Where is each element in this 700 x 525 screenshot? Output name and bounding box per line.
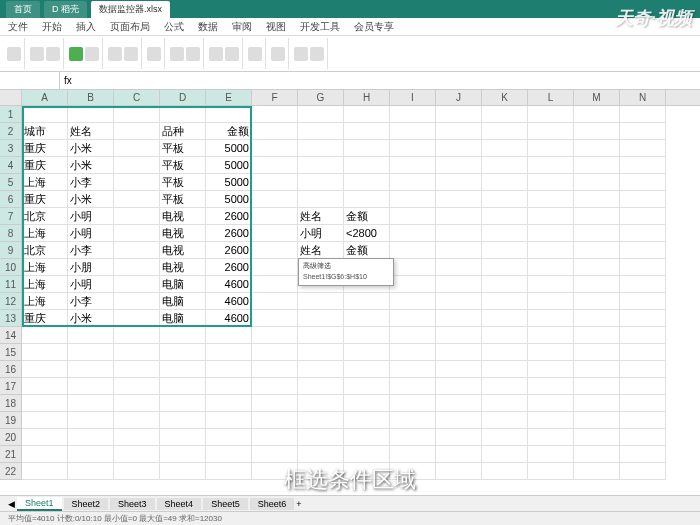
- cell-N16[interactable]: [620, 361, 666, 378]
- cell-C6[interactable]: [114, 191, 160, 208]
- row-header-4[interactable]: 4: [0, 157, 22, 174]
- cell-J11[interactable]: [436, 276, 482, 293]
- cell-B5[interactable]: 小李: [68, 174, 114, 191]
- cell-C21[interactable]: [114, 446, 160, 463]
- cell-F13[interactable]: [252, 310, 298, 327]
- cell-K7[interactable]: [482, 208, 528, 225]
- cell-N17[interactable]: [620, 378, 666, 395]
- cell-M1[interactable]: [574, 106, 620, 123]
- menu-vip[interactable]: 会员专享: [354, 20, 394, 34]
- font-icon[interactable]: [85, 47, 99, 61]
- cells-grid[interactable]: 城市姓名品种金额重庆小米平板5000重庆小米平板5000上海小李平板5000重庆…: [22, 106, 666, 480]
- cell-G9[interactable]: 姓名: [298, 242, 344, 259]
- cell-D3[interactable]: 平板: [160, 140, 206, 157]
- sum-icon[interactable]: [69, 47, 83, 61]
- row-header-22[interactable]: 22: [0, 463, 22, 480]
- row-header-13[interactable]: 13: [0, 310, 22, 327]
- cell-F16[interactable]: [252, 361, 298, 378]
- cell-N3[interactable]: [620, 140, 666, 157]
- cell-H5[interactable]: [344, 174, 390, 191]
- cell-H18[interactable]: [344, 395, 390, 412]
- col-header-M[interactable]: M: [574, 90, 620, 105]
- cell-F6[interactable]: [252, 191, 298, 208]
- cell-N6[interactable]: [620, 191, 666, 208]
- cell-H1[interactable]: [344, 106, 390, 123]
- row-header-3[interactable]: 3: [0, 140, 22, 157]
- cell-B19[interactable]: [68, 412, 114, 429]
- cell-I4[interactable]: [390, 157, 436, 174]
- cell-I20[interactable]: [390, 429, 436, 446]
- cell-E20[interactable]: [206, 429, 252, 446]
- cell-L1[interactable]: [528, 106, 574, 123]
- cell-H8[interactable]: <2800: [344, 225, 390, 242]
- cell-I5[interactable]: [390, 174, 436, 191]
- cell-D22[interactable]: [160, 463, 206, 480]
- menu-dev[interactable]: 开发工具: [300, 20, 340, 34]
- cell-F9[interactable]: [252, 242, 298, 259]
- cell-A22[interactable]: [22, 463, 68, 480]
- cell-G8[interactable]: 小明: [298, 225, 344, 242]
- cell-G3[interactable]: [298, 140, 344, 157]
- cell-H4[interactable]: [344, 157, 390, 174]
- sheet-tab-5[interactable]: Sheet5: [203, 498, 248, 510]
- cell-G15[interactable]: [298, 344, 344, 361]
- cell-L22[interactable]: [528, 463, 574, 480]
- cell-E11[interactable]: 4600: [206, 276, 252, 293]
- cell-K12[interactable]: [482, 293, 528, 310]
- row-header-1[interactable]: 1: [0, 106, 22, 123]
- cell-A14[interactable]: [22, 327, 68, 344]
- cell-K11[interactable]: [482, 276, 528, 293]
- cell-J10[interactable]: [436, 259, 482, 276]
- menu-view[interactable]: 视图: [266, 20, 286, 34]
- cell-A11[interactable]: 上海: [22, 276, 68, 293]
- cell-M15[interactable]: [574, 344, 620, 361]
- cell-C2[interactable]: [114, 123, 160, 140]
- cell-H19[interactable]: [344, 412, 390, 429]
- cell-K21[interactable]: [482, 446, 528, 463]
- col-header-I[interactable]: I: [390, 90, 436, 105]
- cell-C1[interactable]: [114, 106, 160, 123]
- cell-N9[interactable]: [620, 242, 666, 259]
- cell-J9[interactable]: [436, 242, 482, 259]
- cell-B2[interactable]: 姓名: [68, 123, 114, 140]
- col-header-K[interactable]: K: [482, 90, 528, 105]
- cell-N4[interactable]: [620, 157, 666, 174]
- cell-E5[interactable]: 5000: [206, 174, 252, 191]
- cell-L8[interactable]: [528, 225, 574, 242]
- cell-N5[interactable]: [620, 174, 666, 191]
- cell-C7[interactable]: [114, 208, 160, 225]
- cell-M19[interactable]: [574, 412, 620, 429]
- cell-F3[interactable]: [252, 140, 298, 157]
- cell-L7[interactable]: [528, 208, 574, 225]
- cell-D8[interactable]: 电视: [160, 225, 206, 242]
- cell-I2[interactable]: [390, 123, 436, 140]
- sheet-tab-3[interactable]: Sheet3: [110, 498, 155, 510]
- cell-F2[interactable]: [252, 123, 298, 140]
- cell-J6[interactable]: [436, 191, 482, 208]
- col-header-J[interactable]: J: [436, 90, 482, 105]
- cell-L12[interactable]: [528, 293, 574, 310]
- cell-J3[interactable]: [436, 140, 482, 157]
- cell-G12[interactable]: [298, 293, 344, 310]
- cell-B3[interactable]: 小米: [68, 140, 114, 157]
- cell-H12[interactable]: [344, 293, 390, 310]
- cell-G4[interactable]: [298, 157, 344, 174]
- cell-J5[interactable]: [436, 174, 482, 191]
- cell-D11[interactable]: 电脑: [160, 276, 206, 293]
- col-header-C[interactable]: C: [114, 90, 160, 105]
- cell-E22[interactable]: [206, 463, 252, 480]
- cell-E8[interactable]: 2600: [206, 225, 252, 242]
- cell-N21[interactable]: [620, 446, 666, 463]
- cell-J8[interactable]: [436, 225, 482, 242]
- cell-N18[interactable]: [620, 395, 666, 412]
- cell-D9[interactable]: 电视: [160, 242, 206, 259]
- cell-B6[interactable]: 小米: [68, 191, 114, 208]
- cell-E4[interactable]: 5000: [206, 157, 252, 174]
- cell-F20[interactable]: [252, 429, 298, 446]
- cell-L5[interactable]: [528, 174, 574, 191]
- cell-C8[interactable]: [114, 225, 160, 242]
- cell-F19[interactable]: [252, 412, 298, 429]
- row-header-5[interactable]: 5: [0, 174, 22, 191]
- cell-M14[interactable]: [574, 327, 620, 344]
- row-header-6[interactable]: 6: [0, 191, 22, 208]
